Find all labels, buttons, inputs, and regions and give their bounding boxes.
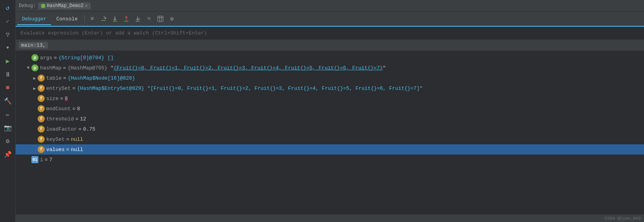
- var-name-loadfactor: loadFactor: [46, 126, 77, 132]
- expand-arrow-table[interactable]: ▶: [31, 75, 38, 81]
- var-name-size: size: [46, 96, 58, 102]
- tab-console[interactable]: Console: [51, 14, 82, 25]
- badge-p-args: p: [31, 54, 38, 61]
- var-row-keyset[interactable]: f keySet = null: [16, 134, 644, 144]
- file-tab[interactable]: HashMap_Demo2 ✕: [38, 2, 91, 9]
- main-content: Debug: HashMap_Demo2 ✕ Debugger Console …: [16, 0, 644, 222]
- view-table-button[interactable]: [155, 13, 166, 24]
- var-name-args: args: [40, 55, 52, 61]
- pause-icon[interactable]: ⏸: [2, 68, 14, 81]
- refresh-icon[interactable]: ↺: [2, 2, 14, 14]
- step-into-icon: [112, 16, 118, 22]
- badge-i-i: 01: [31, 156, 38, 163]
- var-value-size: 8: [65, 96, 68, 102]
- expand-arrow-entryset[interactable]: ▶: [31, 85, 38, 91]
- gear-icon[interactable]: ⚙: [2, 135, 14, 147]
- var-row-loadfactor[interactable]: f loadFactor = 0.75: [16, 124, 644, 134]
- var-eq-hashmap: =: [63, 65, 66, 71]
- var-row-values[interactable]: f values = null: [16, 144, 644, 155]
- badge-f-modcount: f: [38, 105, 45, 112]
- step-into-button[interactable]: [109, 13, 120, 24]
- badge-p-hashmap: p: [31, 64, 38, 71]
- badge-f-table: f: [38, 75, 45, 82]
- var-value-hashmap: {HashMap@705} "{Fruit{}=0, Fruit{}=1, Fr…: [67, 65, 386, 71]
- frame-label-bar: main:13,: [16, 40, 644, 51]
- brush-icon[interactable]: ✏: [2, 108, 14, 121]
- step-over-button[interactable]: [98, 13, 109, 24]
- dropdown-icon[interactable]: ▼: [2, 42, 14, 54]
- var-eq-threshold: =: [75, 116, 78, 122]
- var-value-modcount: 8: [77, 106, 80, 112]
- restore-layout-button[interactable]: ⊜: [166, 13, 177, 24]
- var-row-threshold[interactable]: f threshold = 12: [16, 114, 644, 124]
- var-eq-entryset: =: [72, 86, 75, 91]
- var-name-i: i: [40, 157, 43, 163]
- step-out-icon: [123, 16, 129, 22]
- var-row-modcount[interactable]: f modCount = 8: [16, 104, 644, 114]
- var-row-table[interactable]: ▶ f table = {HashMap$Node[16]@828}: [16, 73, 644, 83]
- badge-f-keyset: f: [38, 136, 45, 143]
- var-name-threshold: threshold: [46, 116, 74, 122]
- var-eq-keyset: =: [66, 136, 69, 142]
- evaluate-placeholder: Evaluate expression (Enter) or add a wat…: [20, 30, 207, 36]
- step-over-icon: [100, 16, 107, 22]
- var-row-i[interactable]: 01 i = 7: [16, 155, 644, 165]
- camera-icon[interactable]: 📷: [2, 122, 14, 134]
- evaluate-expression-button[interactable]: ≈: [144, 13, 155, 24]
- var-value-keyset: null: [71, 136, 83, 142]
- pin-icon[interactable]: 📌: [2, 148, 14, 161]
- var-value-table: {HashMap$Node[16]@828}: [68, 75, 135, 81]
- bottom-bar: CSDN @Cyan_RA9: [16, 214, 644, 222]
- frame-label: main:13,: [19, 42, 48, 49]
- tab-debugger[interactable]: Debugger: [17, 14, 51, 25]
- var-name-keyset: keySet: [46, 136, 65, 142]
- evaluate-bar[interactable]: Evaluate expression (Enter) or add a wat…: [16, 27, 644, 40]
- top-bar: Debug: HashMap_Demo2 ✕: [16, 0, 644, 12]
- run-cursor-button[interactable]: [132, 13, 143, 24]
- build-icon[interactable]: 🔨: [2, 95, 14, 107]
- menu-button[interactable]: ≡: [87, 13, 98, 24]
- step-out-button[interactable]: [121, 13, 132, 24]
- tab-name: HashMap_Demo2: [47, 3, 84, 9]
- var-row-entryset[interactable]: ▶ f entrySet = {HashMap$EntrySet@829} "[…: [16, 83, 644, 93]
- table-icon: [157, 16, 164, 22]
- badge-f-threshold: f: [38, 115, 45, 122]
- badge-f-entryset: f: [38, 85, 45, 92]
- var-value-loadfactor: 0.75: [83, 126, 95, 132]
- expand-arrow-hashmap[interactable]: ▼: [25, 65, 31, 71]
- badge-f-values: f: [38, 146, 45, 153]
- variables-panel: p args = {String[0]@704} [] ▼ p hashMap …: [16, 51, 644, 214]
- var-name-values: values: [46, 147, 65, 153]
- run-cursor-icon: [135, 16, 141, 22]
- left-sidebar: ↺ ✓ ▽ ▼ ▶ ⏸ ■ 🔨 ✏ 📷 ⚙ 📌: [0, 0, 16, 222]
- var-name-hashmap: hashMap: [40, 65, 62, 71]
- var-row-size[interactable]: f size = 8: [16, 93, 644, 104]
- var-eq-values: =: [66, 147, 69, 153]
- var-eq-args: =: [54, 55, 57, 61]
- credit-text: CSDN @Cyan_RA9: [605, 216, 641, 221]
- check-icon[interactable]: ✓: [2, 15, 14, 27]
- badge-f-loadfactor: f: [38, 126, 45, 133]
- badge-f-size: f: [38, 95, 45, 102]
- tab-close-icon[interactable]: ✕: [85, 3, 88, 8]
- var-eq-size: =: [60, 96, 63, 102]
- var-row-hashmap[interactable]: ▼ p hashMap = {HashMap@705} "{Fruit{}=0,…: [16, 63, 644, 73]
- play-icon[interactable]: ▶: [2, 55, 14, 67]
- var-eq-modcount: =: [72, 106, 75, 112]
- debug-label: Debug:: [19, 3, 36, 9]
- var-value-entryset: {HashMap$EntrySet@829} "[Fruit{}=0, Frui…: [77, 86, 423, 91]
- filter-icon[interactable]: ▽: [2, 28, 14, 41]
- var-eq-i: =: [45, 157, 48, 163]
- var-name-modcount: modCount: [46, 106, 71, 112]
- stop-icon[interactable]: ■: [2, 82, 14, 94]
- tab-file-icon: [41, 4, 45, 8]
- var-name-table: table: [46, 75, 62, 81]
- var-eq-table: =: [63, 75, 66, 81]
- var-value-values: null: [71, 147, 83, 153]
- toolbar-divider: [84, 15, 85, 23]
- var-name-entryset: entrySet: [46, 86, 71, 91]
- var-value-i: 7: [49, 157, 53, 163]
- var-eq-loadfactor: =: [78, 126, 82, 132]
- var-row-args[interactable]: p args = {String[0]@704} []: [16, 53, 644, 63]
- toolbar: Debugger Console ≡: [16, 12, 644, 27]
